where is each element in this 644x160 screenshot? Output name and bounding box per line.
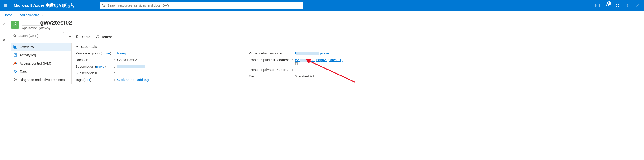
svg-point-3	[617, 5, 618, 6]
sidebar-item-diagnose[interactable]: Diagnose and solve problems	[11, 75, 71, 84]
copy-icon	[295, 62, 298, 65]
resource-sidebar: Overview Activity log Access control (IA…	[7, 32, 72, 84]
copy-ip-button[interactable]	[295, 62, 344, 65]
svg-point-0	[102, 4, 104, 6]
tags-icon	[13, 69, 17, 73]
essentials-row-location: Location : China East 2	[75, 58, 235, 62]
resource-subtitle: Application gateway	[22, 26, 644, 30]
resource-group-link[interactable]: fun-rg	[117, 51, 126, 55]
hamburger-menu-button[interactable]	[0, 3, 11, 7]
subscription-value[interactable]	[117, 64, 145, 68]
notifications-badge: 11	[607, 1, 611, 5]
hamburger-icon	[4, 3, 8, 7]
cloud-shell-icon	[596, 3, 600, 7]
edit-tags-link[interactable]: edit	[85, 78, 90, 82]
breadcrumb-home[interactable]: Home	[4, 13, 12, 17]
redacted-block	[22, 20, 40, 25]
sidebar-nav-list: Overview Activity log Access control (IA…	[11, 43, 72, 84]
svg-point-13	[16, 63, 17, 64]
brand-label[interactable]: Microsoft Azure 由世纪互联运营	[11, 3, 77, 8]
redacted-block	[117, 65, 145, 68]
svg-point-14	[14, 70, 15, 71]
global-search-input[interactable]	[107, 4, 301, 7]
frontend-public-ip-link[interactable]: 52..202 (lbappv2pidtest01)	[295, 58, 343, 62]
global-search-box[interactable]	[100, 2, 303, 9]
essentials-row-frontend-private-ip: Frontend private IP addr... : -	[249, 68, 344, 72]
search-icon	[13, 34, 16, 37]
resource-header: gwv2test02 ⋯ Application gateway	[7, 18, 644, 32]
redacted-block	[300, 59, 307, 62]
search-icon	[102, 4, 106, 7]
feedback-button[interactable]	[633, 0, 642, 11]
sidebar-item-tags[interactable]: Tags	[11, 67, 71, 75]
settings-button[interactable]	[613, 0, 622, 11]
essentials-row-tier: Tier : Standard V2	[249, 74, 344, 78]
refresh-icon	[96, 35, 99, 38]
gear-icon	[616, 3, 620, 7]
more-actions-button[interactable]: ⋯	[76, 20, 81, 25]
main-content: Delete Refresh Essentials	[72, 32, 644, 84]
notifications-button[interactable]: 11	[603, 0, 612, 11]
svg-line-8	[15, 36, 16, 37]
redacted-block	[117, 72, 170, 75]
subscription-id-value: .0	[117, 71, 173, 75]
svg-rect-2	[596, 4, 599, 7]
left-rail	[0, 18, 7, 84]
add-tags-link[interactable]: Click here to add tags	[117, 78, 150, 82]
tier-value: Standard V2	[295, 74, 314, 78]
essentials-row-subscription: Subscription (move) :	[75, 64, 235, 68]
collapse-sidebar-button[interactable]	[68, 34, 72, 37]
chevron-double-right-icon	[2, 38, 5, 42]
svg-point-7	[14, 35, 16, 37]
feedback-icon	[636, 3, 640, 7]
delete-button[interactable]: Delete	[75, 35, 90, 39]
activity-log-icon	[13, 53, 17, 57]
command-bar: Delete Refresh	[75, 32, 640, 41]
top-bar: Microsoft Azure 由世纪互联运营 11	[0, 0, 644, 11]
svg-line-1	[104, 6, 105, 7]
sidebar-item-access-control[interactable]: Access control (IAM)	[11, 59, 71, 67]
help-icon	[626, 3, 630, 7]
essentials-grid: Resource group (move) : fun-rg Location …	[75, 51, 640, 82]
sidebar-item-label: Overview	[20, 45, 34, 49]
essentials-row-tags: Tags (edit) : Click here to add tags	[75, 78, 235, 82]
trash-icon	[75, 35, 79, 38]
refresh-button[interactable]: Refresh	[96, 35, 113, 39]
essentials-row-frontend-public-ip: Frontend public IP address : 52..202 (lb…	[249, 58, 344, 65]
move-subscription-link[interactable]: move	[96, 64, 105, 68]
location-value: China East 2	[117, 58, 137, 62]
chevron-right-icon: ›	[14, 13, 16, 17]
expand-rail-button-2[interactable]	[2, 38, 5, 42]
svg-rect-10	[14, 46, 16, 48]
redacted-block	[296, 52, 319, 55]
frontend-private-ip-value: -	[295, 68, 296, 72]
chevron-double-left-icon	[68, 34, 72, 37]
essentials-row-subscription-id: Subscription ID : .0	[75, 71, 235, 75]
move-resource-group-link[interactable]: move	[102, 51, 110, 55]
sidebar-item-label: Access control (IAM)	[20, 61, 51, 65]
vnet-link[interactable]: lgetway	[295, 51, 330, 55]
resource-title: gwv2test02	[22, 19, 72, 26]
chevron-double-right-icon	[2, 23, 5, 26]
sidebar-item-label: Tags	[20, 69, 27, 73]
expand-rail-button-1[interactable]	[2, 23, 5, 26]
essentials-row-resource-group: Resource group (move) : fun-rg	[75, 51, 235, 55]
sidebar-search-box[interactable]	[11, 32, 64, 39]
sidebar-item-overview[interactable]: Overview	[11, 43, 71, 51]
sidebar-search-input[interactable]	[18, 34, 62, 38]
sidebar-item-activity-log[interactable]: Activity log	[11, 51, 71, 59]
svg-point-5	[637, 4, 638, 5]
help-button[interactable]	[623, 0, 632, 11]
resource-icon	[11, 20, 19, 29]
essentials-toggle[interactable]: Essentials	[75, 45, 640, 48]
overview-icon	[13, 45, 17, 49]
svg-rect-17	[296, 62, 297, 65]
breadcrumb-load-balancing[interactable]: Load balancing	[18, 13, 40, 17]
cloud-shell-button[interactable]	[593, 0, 602, 11]
global-search-wrap	[100, 2, 303, 9]
chevron-up-icon	[75, 45, 78, 48]
topbar-actions: 11	[593, 0, 644, 11]
app-gateway-icon	[12, 22, 18, 27]
svg-point-6	[14, 22, 16, 23]
breadcrumb: Home › Load balancing ›	[0, 11, 644, 18]
